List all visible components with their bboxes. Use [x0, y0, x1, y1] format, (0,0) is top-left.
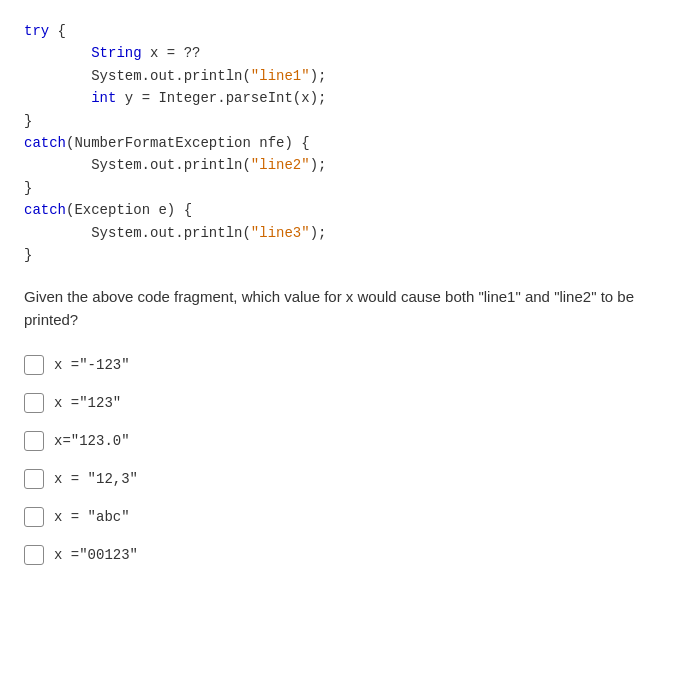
question-text: Given the above code fragment, which val…: [24, 286, 667, 331]
code-line-10: System.out.println("line3");: [24, 222, 667, 244]
option-label-5[interactable]: x = "abc": [54, 509, 130, 525]
option-checkbox-1[interactable]: [24, 355, 44, 375]
code-line-3: System.out.println("line1");: [24, 65, 667, 87]
code-line-2: String x = ??: [24, 42, 667, 64]
options-list: x ="-123" x ="123" x="123.0" x = "12,3" …: [24, 355, 667, 565]
code-line-6: catch(NumberFormatException nfe) {: [24, 132, 667, 154]
option-item-2: x ="123": [24, 393, 667, 413]
option-item-6: x ="00123": [24, 545, 667, 565]
option-label-6[interactable]: x ="00123": [54, 547, 138, 563]
option-checkbox-5[interactable]: [24, 507, 44, 527]
option-checkbox-3[interactable]: [24, 431, 44, 451]
option-label-3[interactable]: x="123.0": [54, 433, 130, 449]
option-label-4[interactable]: x = "12,3": [54, 471, 138, 487]
code-line-8: }: [24, 177, 667, 199]
option-item-5: x = "abc": [24, 507, 667, 527]
code-line-7: System.out.println("line2");: [24, 154, 667, 176]
option-item-1: x ="-123": [24, 355, 667, 375]
code-block: try { String x = ?? System.out.println("…: [24, 20, 667, 266]
option-item-3: x="123.0": [24, 431, 667, 451]
code-line-1: try {: [24, 20, 667, 42]
option-label-1[interactable]: x ="-123": [54, 357, 130, 373]
code-line-4: int y = Integer.parseInt(x);: [24, 87, 667, 109]
option-checkbox-4[interactable]: [24, 469, 44, 489]
code-line-5: }: [24, 110, 667, 132]
code-line-11: }: [24, 244, 667, 266]
option-item-4: x = "12,3": [24, 469, 667, 489]
option-checkbox-6[interactable]: [24, 545, 44, 565]
option-checkbox-2[interactable]: [24, 393, 44, 413]
code-line-9: catch(Exception e) {: [24, 199, 667, 221]
option-label-2[interactable]: x ="123": [54, 395, 121, 411]
